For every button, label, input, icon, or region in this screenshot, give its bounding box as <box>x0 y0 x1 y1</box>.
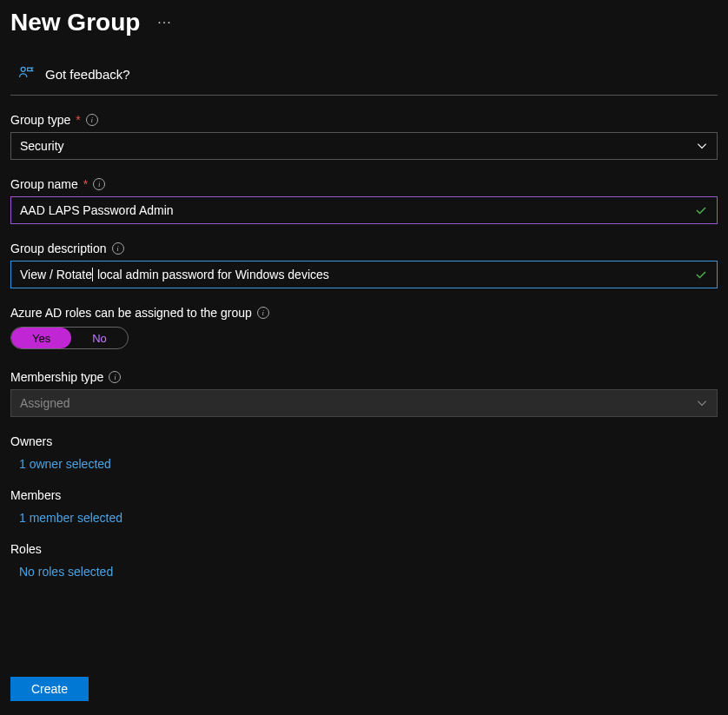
roles-assignable-toggle[interactable]: Yes No <box>10 327 129 349</box>
info-icon[interactable]: i <box>112 242 124 255</box>
group-type-select[interactable]: Security <box>10 132 718 160</box>
required-star: * <box>83 177 88 191</box>
members-link[interactable]: 1 member selected <box>19 511 122 525</box>
chevron-down-icon <box>696 397 708 409</box>
roles-link[interactable]: No roles selected <box>19 565 113 579</box>
check-icon <box>694 203 708 217</box>
roles-assignable-label: Azure AD roles can be assigned to the gr… <box>10 306 252 320</box>
create-button[interactable]: Create <box>10 677 89 701</box>
group-description-value: View / Rotate local admin password for W… <box>20 268 694 281</box>
owners-title: Owners <box>10 434 718 448</box>
group-type-label: Group type <box>10 113 70 127</box>
info-icon[interactable]: i <box>93 178 105 190</box>
info-icon[interactable]: i <box>257 307 269 319</box>
feedback-link[interactable]: Got feedback? <box>10 57 718 95</box>
info-icon[interactable]: i <box>86 114 98 126</box>
feedback-text: Got feedback? <box>45 67 130 82</box>
group-name-value: AAD LAPS Password Admin <box>20 203 694 217</box>
owners-link[interactable]: 1 owner selected <box>19 457 111 471</box>
group-type-value: Security <box>20 139 64 153</box>
info-icon[interactable]: i <box>109 371 121 383</box>
membership-type-label: Membership type <box>10 370 103 384</box>
chevron-down-icon <box>696 140 708 152</box>
group-name-label: Group name <box>10 177 78 191</box>
check-icon <box>694 268 708 281</box>
group-description-label: Group description <box>10 242 107 255</box>
divider <box>10 95 718 96</box>
group-description-input[interactable]: View / Rotate local admin password for W… <box>10 261 718 288</box>
svg-point-0 <box>21 67 25 71</box>
members-title: Members <box>10 488 718 502</box>
required-star: * <box>76 113 80 127</box>
toggle-yes[interactable]: Yes <box>11 328 71 348</box>
ellipsis-icon[interactable]: ··· <box>157 15 171 30</box>
group-name-input[interactable]: AAD LAPS Password Admin <box>10 196 718 224</box>
feedback-icon <box>17 64 35 84</box>
toggle-no[interactable]: No <box>71 328 128 348</box>
membership-type-value: Assigned <box>20 396 70 410</box>
roles-title: Roles <box>10 542 718 556</box>
membership-type-select: Assigned <box>10 389 718 417</box>
page-title: New Group <box>10 9 140 36</box>
